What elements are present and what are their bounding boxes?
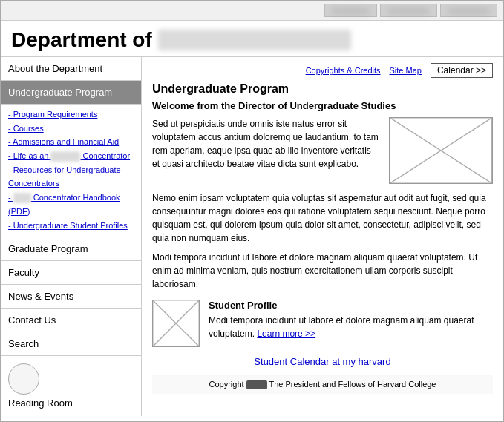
content-area: Copyrights & Credits Site Map Calendar >… bbox=[142, 57, 503, 416]
footer-copyright-pre: Copyright bbox=[209, 380, 243, 389]
body-para-2: Nemo enim ipsam voluptatem quia voluptas… bbox=[152, 191, 493, 245]
sidebar-item-undergrad[interactable]: Undergraduate Program bbox=[1, 81, 141, 105]
student-calendar-link[interactable]: Student Calendar at my harvard bbox=[152, 356, 493, 367]
top-nav-btn-1[interactable]: xxxxxxxxx bbox=[324, 4, 378, 17]
content-topbar: Copyrights & Credits Site Map Calendar >… bbox=[152, 63, 493, 78]
svg-line-0 bbox=[390, 118, 492, 183]
profile-description: Modi tempora incidunt ut labore et dolor… bbox=[209, 314, 493, 340]
calendar-button[interactable]: Calendar >> bbox=[431, 63, 493, 78]
footer-copyright-post: The President and Fellows of Harvard Col… bbox=[269, 380, 436, 389]
profile-image-svg bbox=[153, 300, 199, 346]
main-layout: About the Department Undergraduate Progr… bbox=[1, 57, 503, 416]
sub-link-handbook[interactable]: - Concentrator Handbook (PDF) bbox=[8, 191, 134, 218]
page-title: Department of bbox=[11, 28, 493, 52]
sidebar-item-news[interactable]: News & Events bbox=[1, 285, 141, 309]
svg-rect-2 bbox=[390, 118, 492, 183]
sub-link-resources[interactable]: - Resources for Undergraduate Concentrat… bbox=[8, 163, 134, 191]
intro-image-svg bbox=[390, 118, 492, 183]
profile-learn-more-link[interactable]: Learn more >> bbox=[257, 329, 315, 339]
reading-room-section: Reading Room bbox=[1, 356, 141, 416]
profile-section: Student Profile Modi tempora incidunt ut… bbox=[152, 300, 493, 347]
footer: Copyright The President and Fellows of H… bbox=[152, 375, 493, 394]
sitemap-link[interactable]: Site Map bbox=[390, 66, 422, 75]
content-page-title: Undergraduate Program bbox=[152, 82, 493, 96]
intro-para: Sed ut perspiciatis unde omnis iste natu… bbox=[152, 117, 380, 171]
sidebar-item-faculty[interactable]: Faculty bbox=[1, 261, 141, 285]
top-nav-btn-2[interactable]: xxxxxxxxxx bbox=[380, 4, 437, 17]
sub-link-profiles[interactable]: - Undergraduate Student Profiles bbox=[8, 219, 134, 233]
welcome-heading: Welcome from the Director of Undergradua… bbox=[152, 100, 493, 111]
profile-image bbox=[152, 300, 200, 347]
header: Department of bbox=[1, 21, 503, 57]
reading-room-icon bbox=[8, 363, 39, 395]
sidebar-item-about[interactable]: About the Department bbox=[1, 57, 141, 81]
footer-blurred bbox=[246, 380, 267, 389]
sidebar-sub-links: - Program Requirements - Courses - Admis… bbox=[1, 105, 141, 237]
page-wrapper: xxxxxxxxx xxxxxxxxxx xxxxxxxxxx Departme… bbox=[0, 0, 504, 422]
title-blurred bbox=[158, 30, 351, 50]
profile-text-block: Student Profile Modi tempora incidunt ut… bbox=[209, 300, 493, 340]
top-nav: xxxxxxxxx xxxxxxxxxx xxxxxxxxxx bbox=[1, 1, 503, 21]
sub-link-program-req[interactable]: - Program Requirements bbox=[8, 108, 134, 122]
sub-link-admissions[interactable]: - Admissions and Financial Aid bbox=[8, 135, 134, 149]
sidebar-item-contact[interactable]: Contact Us bbox=[1, 309, 141, 332]
sidebar: About the Department Undergraduate Progr… bbox=[1, 57, 142, 416]
profile-title: Student Profile bbox=[209, 300, 493, 311]
sidebar-item-grad[interactable]: Graduate Program bbox=[1, 237, 141, 261]
sub-link-life[interactable]: - Life as an Concentrator bbox=[8, 149, 134, 163]
body-para-3: Modi tempora incidunt ut labore et dolor… bbox=[152, 251, 493, 291]
reading-room-label: Reading Room bbox=[8, 398, 73, 409]
intro-image bbox=[389, 117, 493, 184]
sub-link-courses[interactable]: - Courses bbox=[8, 122, 134, 136]
intro-section: Sed ut perspiciatis unde omnis iste natu… bbox=[152, 117, 493, 184]
copyrights-link[interactable]: Copyrights & Credits bbox=[306, 66, 381, 75]
svg-line-1 bbox=[390, 118, 492, 183]
top-nav-btn-3[interactable]: xxxxxxxxxx bbox=[440, 4, 497, 17]
intro-text: Sed ut perspiciatis unde omnis iste natu… bbox=[152, 117, 380, 184]
sidebar-item-search[interactable]: Search bbox=[1, 332, 141, 356]
